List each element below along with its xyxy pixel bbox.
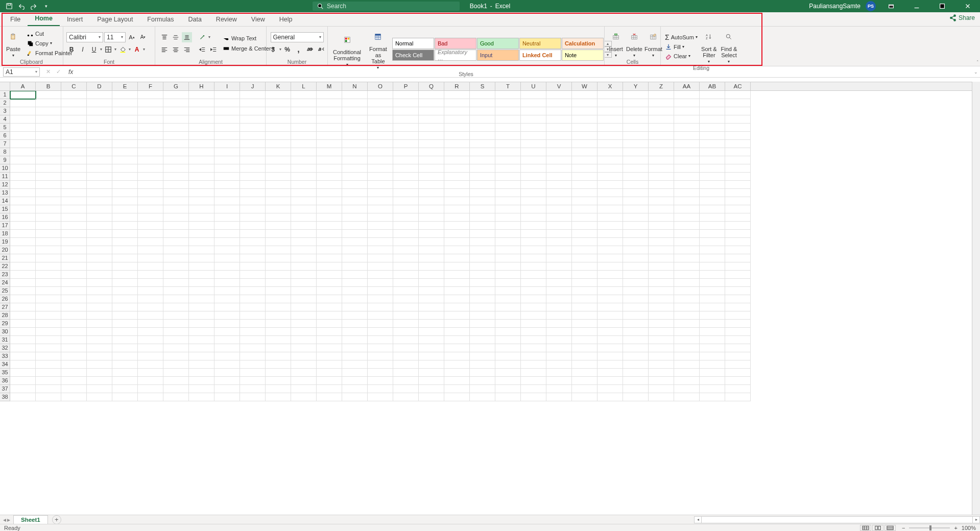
save-icon[interactable] (4, 1, 14, 11)
cell[interactable] (87, 99, 112, 107)
vertical-scrollbar[interactable] (972, 82, 980, 516)
cell[interactable] (700, 287, 725, 295)
cell[interactable] (138, 352, 163, 360)
cell[interactable] (700, 99, 725, 107)
cell[interactable] (61, 156, 87, 164)
col-header[interactable]: I (214, 82, 240, 90)
cell[interactable] (495, 328, 521, 336)
cell[interactable] (266, 369, 291, 377)
ribbon-display-icon[interactable] (881, 0, 901, 12)
cell[interactable] (342, 132, 368, 140)
cell[interactable] (10, 99, 36, 107)
cell[interactable] (393, 320, 419, 328)
cell[interactable] (291, 246, 317, 254)
percent-icon[interactable]: % (282, 44, 293, 55)
cell[interactable] (240, 238, 266, 246)
cell[interactable] (725, 279, 751, 287)
cell[interactable] (674, 148, 700, 156)
cell[interactable] (291, 377, 317, 385)
cell[interactable] (266, 238, 291, 246)
cell[interactable] (419, 91, 444, 99)
align-middle-icon[interactable] (171, 32, 181, 42)
comma-icon[interactable]: , (294, 44, 304, 55)
cell[interactable] (419, 360, 444, 369)
cell[interactable] (623, 99, 649, 107)
row-header[interactable]: 14 (0, 197, 10, 205)
cell[interactable] (623, 107, 649, 115)
cell[interactable] (266, 295, 291, 303)
cell[interactable] (623, 328, 649, 336)
cell[interactable] (649, 124, 674, 132)
cell[interactable] (368, 197, 393, 205)
cell[interactable] (419, 148, 444, 156)
cell[interactable] (470, 238, 495, 246)
cell[interactable] (700, 132, 725, 140)
cell[interactable] (10, 189, 36, 197)
cell[interactable] (266, 132, 291, 140)
cell[interactable] (674, 132, 700, 140)
cell[interactable] (597, 238, 623, 246)
cell[interactable] (649, 369, 674, 377)
delete-cells-button[interactable]: Delete▾ (625, 28, 643, 59)
cell[interactable] (317, 189, 342, 197)
cell[interactable] (214, 91, 240, 99)
cell[interactable] (470, 205, 495, 213)
cell[interactable] (419, 385, 444, 393)
cell[interactable] (674, 173, 700, 181)
cell[interactable] (546, 385, 572, 393)
cell[interactable] (419, 230, 444, 238)
cell[interactable] (342, 148, 368, 156)
cell[interactable] (649, 164, 674, 173)
cell[interactable] (623, 320, 649, 328)
cell[interactable] (342, 279, 368, 287)
cell[interactable] (674, 213, 700, 222)
cell[interactable] (393, 271, 419, 279)
cell[interactable] (214, 132, 240, 140)
cell[interactable] (444, 377, 470, 385)
cell[interactable] (572, 336, 597, 344)
cell[interactable] (10, 328, 36, 336)
cell[interactable] (419, 140, 444, 148)
col-header[interactable]: H (189, 82, 214, 90)
cell[interactable] (521, 132, 546, 140)
cell[interactable] (163, 213, 189, 222)
cell[interactable] (36, 230, 61, 238)
cell[interactable] (546, 197, 572, 205)
cell[interactable] (521, 328, 546, 336)
cell[interactable] (470, 156, 495, 164)
cell[interactable] (36, 213, 61, 222)
cell[interactable] (240, 385, 266, 393)
cell[interactable] (240, 377, 266, 385)
cell[interactable] (87, 238, 112, 246)
cell[interactable] (317, 246, 342, 254)
cell[interactable] (189, 262, 214, 271)
cell[interactable] (700, 295, 725, 303)
paste-button[interactable]: Paste▾ (2, 28, 25, 59)
cell[interactable] (470, 164, 495, 173)
cell[interactable] (419, 115, 444, 124)
cell[interactable] (214, 303, 240, 311)
cell[interactable] (214, 377, 240, 385)
style-calculation[interactable]: Calculation (562, 38, 604, 49)
cell[interactable] (138, 262, 163, 271)
cell[interactable] (291, 91, 317, 99)
cell[interactable] (87, 377, 112, 385)
cell[interactable] (393, 222, 419, 230)
cell[interactable] (623, 303, 649, 311)
cell[interactable] (572, 156, 597, 164)
cell[interactable] (317, 344, 342, 352)
cell[interactable] (112, 344, 138, 352)
cell[interactable] (674, 336, 700, 344)
orientation-icon[interactable] (197, 32, 207, 42)
cell[interactable] (10, 279, 36, 287)
cell[interactable] (10, 156, 36, 164)
cell[interactable] (163, 336, 189, 344)
search-box[interactable]: Search (313, 2, 460, 11)
cell[interactable] (36, 360, 61, 369)
cell[interactable] (189, 181, 214, 189)
cell[interactable] (342, 124, 368, 132)
cell[interactable] (700, 352, 725, 360)
cell[interactable] (36, 222, 61, 230)
cell[interactable] (138, 254, 163, 262)
cell[interactable] (240, 320, 266, 328)
